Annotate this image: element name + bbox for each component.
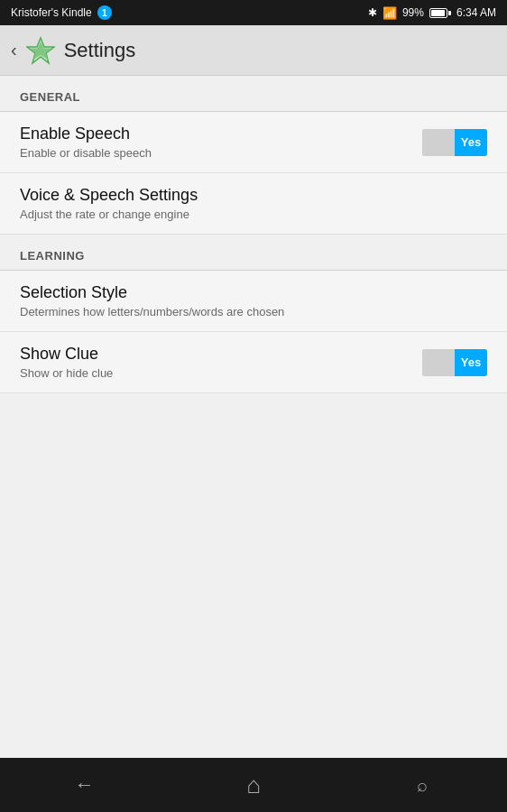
voice-speech-title: Voice & Speech Settings xyxy=(20,186,487,205)
nav-search-icon: ⌕ xyxy=(417,775,428,796)
show-clue-toggle-track xyxy=(422,349,455,376)
status-right: ✱ 📶 99% 6:34 AM xyxy=(368,6,496,20)
selection-style-text: Selection Style Determines how letters/n… xyxy=(20,283,487,318)
voice-speech-settings-row[interactable]: Voice & Speech Settings Adjust the rate … xyxy=(0,173,507,235)
selection-style-row[interactable]: Selection Style Determines how letters/n… xyxy=(0,271,507,332)
wifi-icon: 📶 xyxy=(383,6,397,20)
settings-content: GENERAL Enable Speech Enable or disable … xyxy=(0,76,507,758)
section-header-learning: LEARNING xyxy=(0,235,507,271)
enable-speech-desc: Enable or disable speech xyxy=(20,146,422,160)
app-name-label: Kristofer's Kindle xyxy=(11,6,92,19)
nav-search-button[interactable]: ⌕ xyxy=(386,767,458,803)
show-clue-desc: Show or hide clue xyxy=(20,366,422,380)
toggle-track-off xyxy=(422,129,455,156)
app-logo-icon xyxy=(26,36,55,65)
battery-icon xyxy=(429,8,451,18)
section-learning: LEARNING Selection Style Determines how … xyxy=(0,235,507,393)
battery-pct-label: 99% xyxy=(402,6,424,19)
toggle-yes-label: Yes xyxy=(455,129,487,156)
enable-speech-text: Enable Speech Enable or disable speech xyxy=(20,125,422,160)
time-label: 6:34 AM xyxy=(456,6,496,19)
bottom-nav: ← ⌂ ⌕ xyxy=(0,758,507,812)
enable-speech-title: Enable Speech xyxy=(20,125,422,143)
bluetooth-icon: ✱ xyxy=(368,6,377,19)
nav-back-button[interactable]: ← xyxy=(49,767,121,803)
nav-back-icon: ← xyxy=(75,773,95,797)
page-title: Settings xyxy=(64,39,136,62)
status-left: Kristofer's Kindle 1 xyxy=(11,5,112,20)
back-button[interactable]: ‹ xyxy=(11,40,17,60)
section-general: GENERAL Enable Speech Enable or disable … xyxy=(0,76,507,235)
show-clue-row[interactable]: Show Clue Show or hide clue Yes xyxy=(0,332,507,393)
voice-speech-desc: Adjust the rate or change engine xyxy=(20,208,487,221)
selection-style-title: Selection Style xyxy=(20,283,487,302)
show-clue-title: Show Clue xyxy=(20,345,422,364)
status-bar: Kristofer's Kindle 1 ✱ 📶 99% 6:34 AM xyxy=(0,0,507,25)
nav-home-button[interactable]: ⌂ xyxy=(217,767,290,803)
selection-style-desc: Determines how letters/numbers/words are… xyxy=(20,305,487,318)
section-header-general: GENERAL xyxy=(0,76,507,112)
show-clue-toggle[interactable]: Yes xyxy=(422,349,487,376)
show-clue-toggle-yes: Yes xyxy=(455,349,487,376)
voice-speech-text: Voice & Speech Settings Adjust the rate … xyxy=(20,186,487,221)
nav-home-icon: ⌂ xyxy=(246,771,261,799)
enable-speech-toggle[interactable]: Yes xyxy=(422,129,487,156)
action-bar: ‹ Settings xyxy=(0,25,507,76)
show-clue-text: Show Clue Show or hide clue xyxy=(20,345,422,380)
enable-speech-row[interactable]: Enable Speech Enable or disable speech Y… xyxy=(0,112,507,173)
notification-badge: 1 xyxy=(97,5,112,20)
